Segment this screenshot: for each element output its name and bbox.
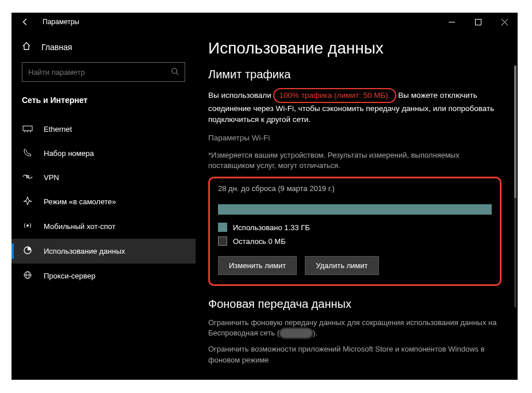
home-nav[interactable]: Главная <box>12 36 196 59</box>
background-data-desc-1: Ограничить фоновую передачу данных для с… <box>208 318 502 338</box>
svg-line-5 <box>177 73 179 75</box>
scrollbar-thumb[interactable] <box>514 66 516 198</box>
used-label: Использовано 1.33 ГБ <box>233 223 310 232</box>
data-usage-icon <box>22 246 33 257</box>
sidebar-section-header: Сеть и Интернет <box>12 90 196 110</box>
vpn-icon <box>22 173 33 182</box>
sidebar-item-label: VPN <box>44 173 59 182</box>
sidebar-item-airplane[interactable]: Режим «в самолете» <box>12 189 196 214</box>
svg-point-11 <box>26 224 29 227</box>
sidebar-item-vpn[interactable]: VPN <box>12 166 196 189</box>
minimize-button[interactable] <box>438 13 465 31</box>
svg-rect-6 <box>23 126 32 131</box>
sidebar-item-label: Прокси-сервер <box>44 272 95 280</box>
sidebar-item-data-usage[interactable]: Использование данных <box>12 239 196 264</box>
measurement-note: *Измеряется вашим устройством. Результат… <box>208 150 502 171</box>
svg-point-4 <box>172 68 177 73</box>
usage-progress-bar <box>218 204 492 215</box>
sidebar-item-label: Ethernet <box>44 125 72 133</box>
traffic-description: Вы использовали 100% трафика (лимит: 50 … <box>208 88 502 125</box>
network-name-redacted: xxxx <box>280 328 313 338</box>
remaining-swatch <box>218 236 227 246</box>
content-area: Использование данных Лимит трафика Вы ис… <box>196 31 518 380</box>
search-input-wrapper[interactable] <box>22 62 185 82</box>
home-icon <box>22 41 32 53</box>
sidebar-item-ethernet[interactable]: Ethernet <box>12 117 196 141</box>
sidebar-item-label: Использование данных <box>44 247 125 255</box>
page-title: Использование данных <box>208 39 502 58</box>
ethernet-icon <box>22 124 33 134</box>
sidebar-item-dialup[interactable]: Набор номера <box>12 141 196 166</box>
window-title: Параметры <box>39 18 79 26</box>
background-data-title: Фоновая передача данных <box>208 297 502 311</box>
sidebar-item-label: Мобильный хот-спот <box>44 222 116 231</box>
remaining-label: Осталось 0 МБ <box>233 237 286 246</box>
delete-limit-button[interactable]: Удалить лимит <box>305 256 378 275</box>
maximize-button[interactable] <box>465 13 491 31</box>
sidebar-item-hotspot[interactable]: Мобильный хот-спот <box>12 214 196 239</box>
sidebar: Главная Сеть и Интернет Ethernet Наб <box>12 31 196 380</box>
change-limit-button[interactable]: Изменить лимит <box>218 256 297 275</box>
section-title: Лимит трафика <box>208 68 502 81</box>
back-button[interactable] <box>12 13 39 31</box>
search-input[interactable] <box>28 68 171 77</box>
sidebar-item-label: Режим «в самолете» <box>44 197 116 206</box>
hotspot-icon <box>22 221 33 232</box>
used-swatch <box>218 223 227 232</box>
background-data-desc-2: Ограничить возможности приложений Micros… <box>208 344 502 365</box>
reset-countdown: 28 дн. до сброса (9 марта 2019 г.) <box>218 184 492 193</box>
svg-rect-1 <box>475 19 481 25</box>
limit-panel: 28 дн. до сброса (9 марта 2019 г.) Испол… <box>208 177 502 286</box>
titlebar: Параметры <box>12 13 518 31</box>
wifi-settings-link[interactable]: Параметры Wi-Fi <box>208 133 502 142</box>
traffic-highlight: 100% трафика (лимит: 50 МБ). <box>273 88 396 103</box>
search-icon <box>171 67 179 77</box>
sidebar-item-label: Набор номера <box>44 149 94 158</box>
sidebar-item-proxy[interactable]: Прокси-сервер <box>12 264 196 288</box>
proxy-icon <box>22 270 33 281</box>
close-button[interactable] <box>491 13 518 31</box>
content-scrollbar[interactable] <box>514 66 516 307</box>
airplane-icon <box>22 196 33 207</box>
home-label: Главная <box>41 43 72 52</box>
phone-icon <box>22 148 33 159</box>
used-legend: Использовано 1.33 ГБ <box>218 223 492 232</box>
remaining-legend: Осталось 0 МБ <box>218 236 492 246</box>
settings-window: Параметры Главная Се <box>12 13 518 380</box>
